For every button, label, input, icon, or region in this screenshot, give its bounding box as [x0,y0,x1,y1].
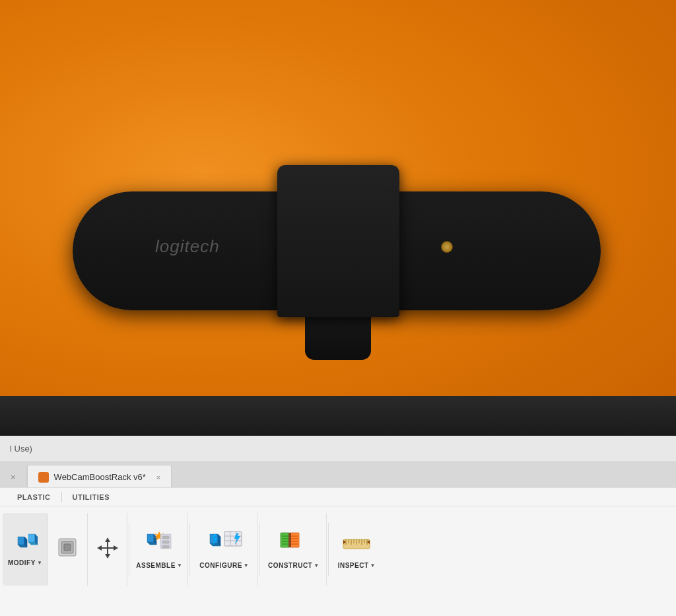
svg-marker-15 [147,534,154,542]
tab-close-button[interactable]: × [156,473,160,481]
construct-dropdown-arrow: ▼ [314,563,319,568]
tab-close-left[interactable]: × [0,466,27,487]
configure-icon-row [205,530,244,559]
inspect-tool-label: INSPECT ▼ [338,562,376,569]
toolbar-separator-3 [259,523,259,576]
toolbar-separator-2 [189,523,190,576]
assemble-icon-row [142,530,176,559]
personal-use-label: l Use) [10,444,32,454]
inspect-tool-group[interactable]: INSPECT ▼ [330,513,383,586]
svg-rect-8 [64,544,71,551]
category-utilities: UTILITIES [62,493,120,501]
construct-tool-group[interactable]: CONSTRUCT ▼ [261,513,327,586]
inspect-dropdown-arrow: ▼ [370,563,376,568]
shell-icon [56,536,80,560]
webcam-photo-area: logitech [0,0,676,436]
monitor-bezel [0,396,676,436]
move-tool-group[interactable] [88,513,127,586]
tab-file-icon [38,472,49,483]
configure-icon [205,530,244,559]
construct-icon [275,530,312,559]
inspect-icon-row [341,530,372,559]
svg-marker-0 [18,537,24,545]
svg-marker-11 [105,537,110,542]
main-toolbar: PLASTIC UTILITIES [0,487,676,616]
svg-rect-22 [162,545,169,548]
svg-rect-20 [162,536,169,539]
toolbar-top-bar: l Use) [0,436,676,462]
move-icon-row [96,536,119,560]
svg-rect-33 [281,533,290,547]
category-plastic: PLASTIC [7,493,61,501]
shell-icon-row [56,536,80,560]
solid-tool-group[interactable]: MODIFY ▼ [3,513,48,586]
logitech-brand-text: logitech [155,236,220,257]
move-icon [96,536,119,560]
tab-bar: × WebCamBoostRack v6* × [0,462,676,487]
toolbar-area: l Use) × WebCamBoostRack v6* × PLASTIC U… [0,436,676,616]
webcam-mount [277,165,399,317]
svg-marker-13 [97,545,102,551]
modify-dropdown-arrow: ▼ [37,560,42,566]
toolbar-categories: PLASTIC UTILITIES [0,488,676,506]
assemble-icon [142,530,176,559]
construct-icon-row [275,530,312,559]
toolbar-separator-1 [129,523,129,576]
svg-marker-14 [114,545,118,551]
configure-tool-group[interactable]: CONFIGURE ▼ [191,513,257,586]
svg-rect-27 [224,531,242,546]
svg-rect-38 [290,533,299,547]
tab-webcamboost[interactable]: WebCamBoostRack v6* × [27,465,172,489]
solid-icon-row [13,533,38,557]
construct-tool-label: CONSTRUCT ▼ [268,562,320,569]
tab-title: WebCamBoostRack v6* [54,472,146,482]
assemble-tool-label: ASSEMBLE ▼ [136,562,182,569]
configure-dropdown-arrow: ▼ [244,563,249,568]
solid-icon [13,533,38,557]
svg-rect-43 [288,533,291,547]
assemble-tool-group[interactable]: ASSEMBLE ▼ [131,513,188,586]
svg-rect-21 [162,541,169,543]
toolbar-buttons: MODIFY ▼ [0,506,676,592]
svg-marker-3 [28,534,35,542]
toolbar-separator-4 [328,523,329,576]
configure-tool-label: CONFIGURE ▼ [199,562,249,569]
shell-tool-group[interactable] [48,513,88,586]
assemble-dropdown-arrow: ▼ [177,563,182,568]
solid-tool-label: MODIFY ▼ [8,559,42,566]
svg-marker-12 [105,554,110,559]
lens-screw [441,241,453,253]
inspect-icon [341,530,372,559]
